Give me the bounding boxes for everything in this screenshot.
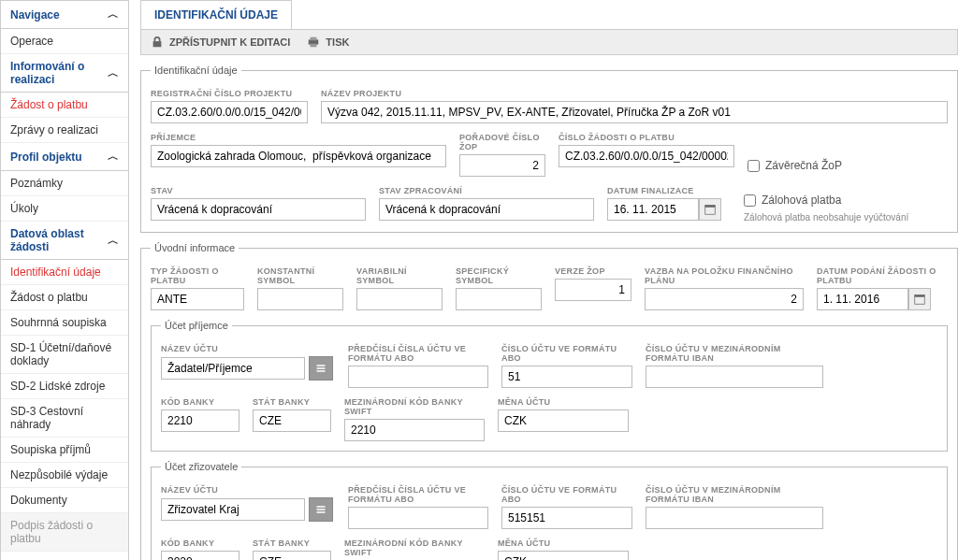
svg-rect-3 bbox=[311, 44, 317, 48]
legend-ucet-zrizovatele: Účet zřizovatele bbox=[161, 461, 241, 472]
sidebar-item[interactable]: Dokumenty bbox=[1, 488, 128, 513]
toolbar-edit-label: ZPŘÍSTUPNIT K EDITACI bbox=[169, 36, 290, 48]
input-uz-mena[interactable] bbox=[498, 551, 629, 560]
input-vari[interactable] bbox=[356, 288, 443, 310]
input-up-iban[interactable] bbox=[646, 366, 823, 388]
input-uz-iban[interactable] bbox=[646, 507, 823, 529]
nav-header-label: Profil objektu bbox=[10, 151, 82, 164]
svg-rect-9 bbox=[317, 367, 326, 369]
sidebar-item[interactable]: Operace bbox=[1, 29, 128, 54]
label-uz-kod-banky: KÓD BANKY bbox=[161, 538, 240, 548]
label-uz-stat-banky: STÁT BANKY bbox=[253, 538, 331, 548]
tab-identifikacni-udaje[interactable]: IDENTIFIKAČNÍ ÚDAJE bbox=[140, 0, 292, 29]
sidebar-item[interactable]: Úkoly bbox=[1, 196, 128, 222]
label-datum-pod: DATUM PODÁNÍ ŽÁDOSTI O PLATBU bbox=[817, 266, 948, 285]
input-typ[interactable] bbox=[151, 288, 244, 310]
input-stav-zprac[interactable] bbox=[379, 198, 594, 221]
tab-bar: IDENTIFIKAČNÍ ÚDAJE bbox=[140, 0, 958, 30]
label-stav: STAV bbox=[151, 186, 366, 195]
label-stav-zprac: STAV ZPRACOVÁNÍ bbox=[379, 186, 594, 195]
toolbar-print-label: TISK bbox=[326, 36, 349, 48]
sidebar-item[interactable]: Poznámky bbox=[1, 171, 128, 196]
label-uz-iban: ČÍSLO ÚČTU V MEZINÁRODNÍM FORMÁTU IBAN bbox=[646, 485, 823, 504]
calendar-icon[interactable] bbox=[908, 288, 931, 310]
fieldset-ucet-prijemce: Účet příjemce NÁZEV ÚČTU PŘEDČÍSLÍ ČÍSLA… bbox=[151, 320, 948, 452]
label-up-iban: ČÍSLO ÚČTU V MEZINÁRODNÍM FORMÁTU IBAN bbox=[646, 344, 823, 363]
chevron-up-icon: ︿ bbox=[108, 65, 119, 81]
input-datum-pod[interactable] bbox=[817, 288, 908, 310]
fieldset-ucet-zrizovatele: Účet zřizovatele NÁZEV ÚČTU PŘEDČÍSLÍ ČÍ… bbox=[151, 461, 948, 560]
list-icon[interactable] bbox=[309, 497, 333, 522]
label-proj: NÁZEV PROJEKTU bbox=[321, 89, 948, 98]
nav-header[interactable]: Profil objektu︿ bbox=[1, 143, 128, 171]
label-up-predcisli: PŘEDČÍSLÍ ČÍSLA ÚČTU VE FORMÁTU ABO bbox=[348, 344, 488, 363]
sidebar-item[interactable]: SD-2 Lidské zdroje bbox=[1, 374, 128, 399]
nav-header-label: Navigace bbox=[10, 8, 60, 22]
input-cislo-zop[interactable] bbox=[559, 145, 734, 167]
input-uz-kod-banky[interactable] bbox=[161, 551, 240, 560]
sidebar-item[interactable]: Identifikační údaje bbox=[1, 260, 128, 285]
nav-header-label: Datová oblast žádosti bbox=[10, 227, 108, 253]
input-stav[interactable] bbox=[151, 198, 366, 221]
toolbar-edit[interactable]: ZPŘÍSTUPNIT K EDITACI bbox=[151, 36, 290, 49]
input-up-mena[interactable] bbox=[498, 409, 629, 432]
input-konst[interactable] bbox=[257, 288, 343, 310]
svg-rect-5 bbox=[705, 206, 716, 208]
fieldset-uvod: Úvodní informace TYP ŽÁDOSTI O PLATBU KO… bbox=[140, 242, 958, 560]
input-poradi[interactable] bbox=[459, 154, 545, 177]
label-up-swift: MEZINÁRODNÍ KÓD BANKY SWIFT bbox=[344, 397, 485, 416]
label-verze: VERZE ŽOP bbox=[555, 266, 631, 276]
input-uz-predcisli[interactable] bbox=[348, 507, 488, 529]
sidebar-item[interactable]: Nezpůsobilé výdaje bbox=[1, 463, 128, 488]
list-icon[interactable] bbox=[309, 356, 333, 381]
input-reg[interactable] bbox=[151, 101, 308, 123]
nav-header[interactable]: Navigace︿ bbox=[1, 1, 128, 29]
label-uz-predcisli: PŘEDČÍSLÍ ČÍSLA ÚČTU VE FORMÁTU ABO bbox=[348, 485, 488, 504]
input-vazba[interactable] bbox=[645, 288, 804, 310]
label-zaverecna: Závěrečná ŽoP bbox=[765, 159, 842, 172]
sidebar-item[interactable]: Zprávy o realizaci bbox=[1, 118, 128, 143]
svg-rect-0 bbox=[153, 41, 162, 47]
sidebar-item[interactable]: Soupiska příjmů bbox=[1, 438, 128, 463]
checkbox-zaverecna[interactable] bbox=[748, 160, 760, 172]
sidebar-item[interactable]: Souhrnná soupiska bbox=[1, 310, 128, 336]
input-proj[interactable] bbox=[321, 101, 948, 123]
input-verze[interactable] bbox=[555, 279, 631, 301]
input-spec[interactable] bbox=[456, 288, 542, 310]
calendar-icon[interactable] bbox=[699, 198, 721, 221]
label-up-kod-banky: KÓD BANKY bbox=[161, 397, 240, 407]
legend-uvod: Úvodní informace bbox=[151, 242, 239, 253]
toolbar-print[interactable]: TISK bbox=[307, 36, 349, 49]
input-up-stat-banky[interactable] bbox=[253, 409, 331, 432]
sidebar-item[interactable]: Žádost o platbu bbox=[1, 285, 128, 310]
chevron-up-icon: ︿ bbox=[108, 149, 119, 165]
input-up-nazev[interactable] bbox=[161, 357, 305, 380]
input-up-swift[interactable] bbox=[344, 419, 485, 441]
sidebar-item[interactable]: Žádost o platbu bbox=[1, 93, 128, 118]
input-uz-stat-banky[interactable] bbox=[253, 551, 331, 560]
input-uz-nazev[interactable] bbox=[161, 498, 305, 521]
label-up-stat-banky: STÁT BANKY bbox=[253, 397, 331, 407]
sidebar-item[interactable]: SD-3 Cestovní náhrady bbox=[1, 399, 128, 438]
label-uz-nazev: NÁZEV ÚČTU bbox=[161, 485, 335, 495]
input-up-cislo-abo[interactable] bbox=[501, 366, 632, 388]
fieldset-ident: Identifikační údaje REGISTRAČNÍ ČÍSLO PR… bbox=[140, 65, 958, 233]
input-up-predcisli[interactable] bbox=[348, 366, 488, 388]
input-prijemce[interactable] bbox=[151, 145, 446, 167]
label-cislo-zop: ČÍSLO ŽÁDOSTI O PLATBU bbox=[559, 133, 734, 142]
sidebar-item[interactable]: SD-1 Účetní/daňové doklady bbox=[1, 336, 128, 374]
label-up-mena: MĚNA ÚČTU bbox=[498, 397, 629, 407]
main-panel: IDENTIFIKAČNÍ ÚDAJE ZPŘÍSTUPNIT K EDITAC… bbox=[129, 0, 958, 560]
label-poradi: POŘADOVÉ ČÍSLO ŽOP bbox=[459, 133, 545, 151]
input-up-kod-banky[interactable] bbox=[161, 409, 240, 432]
svg-rect-11 bbox=[317, 506, 326, 508]
nav-header[interactable]: Informování o realizaci︿ bbox=[1, 54, 128, 93]
nav-header[interactable]: Datová oblast žádosti︿ bbox=[1, 222, 128, 260]
input-datum-fin[interactable] bbox=[607, 198, 699, 221]
sidebar: Navigace︿OperaceInformování o realizaci︿… bbox=[0, 0, 129, 560]
label-up-cislo-abo: ČÍSLO ÚČTU VE FORMÁTU ABO bbox=[501, 344, 632, 363]
checkbox-zalohova[interactable] bbox=[744, 194, 756, 207]
label-uz-cislo-abo: ČÍSLO ÚČTU VE FORMÁTU ABO bbox=[501, 485, 632, 504]
chevron-up-icon: ︿ bbox=[108, 7, 119, 22]
input-uz-cislo-abo[interactable] bbox=[501, 507, 632, 529]
